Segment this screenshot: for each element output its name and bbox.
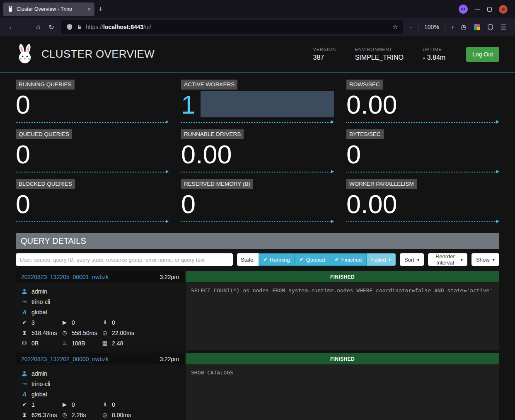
new-tab-button[interactable]: + [94,5,107,14]
stat-running-queries: RUNNING QUERIES 0 [16,80,169,124]
parallelism-icon: ▦ [102,340,108,346]
running-splits: 0 [72,319,75,326]
reorder-interval-label: Reorder Interval [433,253,457,266]
close-window-icon[interactable]: × [499,5,508,14]
history-icon[interactable]: ◷ [457,21,470,33]
state-filter-failed-dropdown[interactable]: Failed ▾ [367,253,396,266]
stat-label: WORKER PARALLELISM [346,179,417,189]
tab-close-icon[interactable]: × [87,6,91,12]
trino-logo [16,44,34,65]
stat-value: 0 [346,139,499,169]
protections-shield-icon[interactable] [484,21,497,33]
account-icon[interactable] [459,5,468,14]
query-sql-text: SHOW CATALOGS [191,369,233,376]
query-status-bar: FINISHED [186,271,499,282]
browser-toolbar: ← → ⌂ ↻ https:// localhost:8443 /ui/ ☆ −… [0,18,515,36]
stat-value: 0 [16,139,169,169]
stat-label: BLOCKED QUERIES [16,179,75,189]
running-splits-icon: ▶ [61,319,68,325]
reload-icon[interactable]: ↻ [45,21,58,33]
sparkline [16,172,166,172]
state-filter-running-label: Running [270,257,290,263]
wall-time-icon: ⧗ [21,412,28,418]
url-path: /ui/ [143,24,151,30]
sparkline [346,221,496,222]
chevron-down-icon: ▾ [492,257,495,262]
forward-icon[interactable]: → [18,21,31,33]
check-icon: ✔ [263,257,267,262]
cluster-stats-grid: RUNNING QUERIES 0 ACTIVE WORKERS 1 ROWS/… [0,73,515,227]
chevron-down-icon: ▾ [417,257,420,262]
query-status-label: FINISHED [330,356,355,362]
state-filter-running[interactable]: ✔ Running [259,253,295,266]
restore-window-icon[interactable] [487,7,492,12]
query-sql-preview: SHOW CATALOGS [186,365,499,420]
url-scheme: https:// [86,24,103,30]
resource-group-icon: A [21,391,28,398]
sparkline-area-fill [201,91,334,117]
query-source: trino-cli [31,381,50,387]
window-controls: — × [459,5,512,14]
stat-label: RUNNABLE DRIVERS [181,129,244,139]
source-icon: ⇥ [21,381,28,387]
lock-icon[interactable] [77,24,82,30]
menu-icon[interactable]: ☰ [497,21,510,33]
cumulative-memory-icon: ♨ [61,340,68,346]
reorder-interval-dropdown[interactable]: Reorder Interval ▾ [428,253,467,266]
zoom-in-icon[interactable]: + [451,24,455,30]
show-dropdown[interactable]: Show ▾ [471,253,499,266]
version-value: 387 [313,54,336,61]
stat-value: 0.00 [346,189,499,219]
state-filter-group: State: ✔ Running ✔ Queued ✔ Finished Fai… [237,253,396,266]
query-sql-preview: SELECT COUNT(*) as nodes FROM system.run… [186,283,499,350]
cumulative-memory: 108B [72,340,85,347]
uptime-info: UPTIME ●3.84m [423,47,445,61]
query-resource-group: global [31,309,47,316]
environment-label: ENVIRONMENT [355,47,404,52]
state-filter-queued-label: Queued [306,257,325,263]
sort-dropdown[interactable]: Sort ▾ [400,253,424,266]
query-card: 20220823_132205_00001_nwbzk 3:22pm FINIS… [16,271,499,350]
stat-runnable-drivers: RUNNABLE DRIVERS 0.00 [181,129,334,173]
completed-splits: 3 [31,319,35,326]
user-icon [21,289,28,294]
back-icon[interactable]: ← [5,21,18,33]
state-filter-failed-label: Failed [371,257,386,263]
extension-icon[interactable] [470,21,484,33]
running-splits: 0 [72,401,75,408]
query-id-link[interactable]: 20220823_132205_00001_nwbzk [21,274,109,280]
version-label: VERSION [313,47,336,52]
tracking-shield-icon[interactable] [66,24,73,30]
queued-splits: 0 [112,319,115,326]
zoom-out-icon[interactable]: − [409,24,412,30]
zoom-level[interactable]: 100% [424,24,439,30]
tab-title: Cluster Overview - Trino [17,6,85,12]
sparkline [346,172,496,172]
browser-tab[interactable]: Cluster Overview - Trino × [3,2,94,16]
browser-tab-bar: Cluster Overview - Trino × + — × [0,0,515,18]
divider [445,23,445,31]
sparkline [181,221,331,222]
query-user: admin [31,288,47,295]
query-search-input[interactable] [16,253,233,266]
logout-button[interactable]: Log Out [466,47,499,62]
url-bar[interactable]: https:// localhost:8443 /ui/ ☆ [61,20,403,34]
query-header: 20220823_132205_00001_nwbzk 3:22pm [16,271,184,282]
minimize-window-icon[interactable]: — [475,6,480,12]
completed-splits: 1 [31,401,35,408]
uptime-label: UPTIME [423,47,445,52]
state-filter-label: State: [237,253,259,266]
stat-label: RUNNING QUERIES [16,80,75,90]
query-card: 20220823_132202_00000_nwbzk 3:22pm FINIS… [16,353,499,420]
stat-label: RESERVED MEMORY (B) [181,179,253,189]
url-text: https:// localhost:8443 /ui/ [86,24,151,30]
queued-splits: 0 [112,401,115,408]
page-header: CLUSTER OVERVIEW VERSION 387 ENVIRONMENT… [0,36,515,73]
bookmark-star-icon[interactable]: ☆ [392,23,398,31]
state-filter-queued[interactable]: ✔ Queued [295,253,330,266]
query-id-link[interactable]: 20220823_132202_00000_nwbzk [21,356,109,362]
state-filter-finished[interactable]: ✔ Finished [330,253,367,266]
home-icon[interactable]: ⌂ [31,21,45,33]
running-splits-icon: ▶ [61,401,68,408]
cpu-time: 558.50ms [72,330,97,336]
